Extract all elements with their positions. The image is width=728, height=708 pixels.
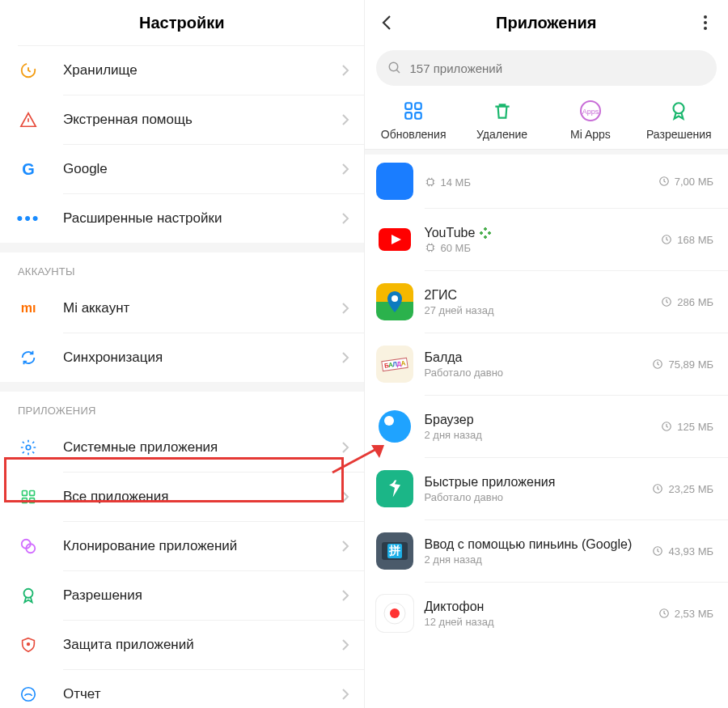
- settings-item-label: Защита приложений: [63, 637, 341, 653]
- svg-rect-16: [415, 103, 421, 109]
- app-row[interactable]: Браузер 2 дня назад 125 МБ: [365, 396, 729, 457]
- app-size: 125 МБ: [677, 421, 713, 433]
- search-input[interactable]: [376, 50, 717, 86]
- settings-list: Хранилище Экстренная помощь G Google •••…: [0, 46, 364, 708]
- storage-icon: [18, 60, 39, 81]
- app-row[interactable]: Быстрые приложения Работало давно 23,25 …: [365, 458, 729, 519]
- settings-item-permissions[interactable]: Разрешения: [0, 571, 364, 620]
- svg-text:Apps: Apps: [582, 108, 599, 116]
- app-name: YouTube: [425, 226, 476, 240]
- app-icon-browser: [376, 408, 413, 445]
- settings-item-all-apps[interactable]: Все приложения: [0, 473, 364, 521]
- svg-rect-4: [23, 498, 28, 503]
- search-field[interactable]: [410, 61, 706, 75]
- chevron-right-icon: [341, 589, 349, 602]
- settings-item-storage[interactable]: Хранилище: [0, 46, 364, 95]
- apps-list[interactable]: 14 МБ 7,00 МБ YouTube 60 МБ: [365, 155, 729, 708]
- app-row[interactable]: БАЛДА Балда Работало давно 75,89 МБ: [365, 333, 729, 395]
- app-size: 23,25 МБ: [668, 483, 713, 495]
- clock-icon: [658, 608, 670, 619]
- apps-header: Приложения: [365, 0, 729, 45]
- page-title: Настройки: [139, 14, 225, 32]
- settings-item-mi-account[interactable]: mı Mi аккаунт: [0, 284, 364, 333]
- settings-item-sos[interactable]: Экстренная помощь: [0, 95, 364, 144]
- app-row[interactable]: 拼 Ввод с помощью пиньинь (Google) 2 дня …: [365, 520, 729, 582]
- tab-mi-apps[interactable]: Apps Mi Apps: [546, 99, 634, 141]
- svg-point-1: [26, 445, 31, 450]
- svg-point-11: [704, 15, 707, 19]
- chevron-right-icon: [341, 163, 349, 176]
- svg-rect-18: [415, 112, 421, 119]
- tab-label: Mi Apps: [570, 128, 611, 141]
- loading-icon: [480, 227, 491, 239]
- settings-item-label: Mi аккаунт: [63, 300, 341, 316]
- app-row[interactable]: 2ГИС 27 дней назад 286 МБ: [365, 271, 729, 333]
- medal-icon: [667, 99, 691, 123]
- svg-rect-17: [405, 112, 412, 119]
- chip-icon: [425, 176, 436, 188]
- svg-point-36: [390, 608, 400, 618]
- chip-icon: [425, 242, 436, 253]
- app-icon-pinyin: 拼: [376, 532, 413, 570]
- tab-label: Удаление: [476, 128, 527, 141]
- apps-tabs: Обновления Удаление Apps Mi Apps Разреше…: [365, 94, 729, 150]
- gear-icon: [18, 437, 39, 458]
- settings-item-google[interactable]: G Google: [0, 145, 364, 193]
- report-icon: [18, 684, 39, 705]
- svg-point-9: [28, 643, 30, 646]
- chevron-right-icon: [341, 638, 349, 651]
- chevron-right-icon: [341, 64, 349, 77]
- settings-item-report[interactable]: Отчет: [0, 670, 364, 708]
- app-size: 75,89 МБ: [668, 358, 713, 371]
- back-button[interactable]: [378, 13, 397, 32]
- svg-rect-2: [23, 491, 28, 496]
- tab-uninstall[interactable]: Удаление: [458, 99, 546, 141]
- settings-item-label: Google: [63, 161, 341, 177]
- svg-point-21: [674, 103, 684, 113]
- more-button[interactable]: [696, 13, 715, 32]
- tab-updates[interactable]: Обновления: [370, 99, 458, 141]
- svg-point-13: [704, 27, 707, 30]
- app-row[interactable]: 14 МБ 7,00 МБ: [365, 155, 729, 208]
- app-sub: 12 дней назад: [425, 616, 494, 628]
- app-name: Браузер: [425, 413, 474, 427]
- clock-icon: [658, 176, 670, 187]
- svg-point-27: [392, 295, 398, 302]
- app-row[interactable]: Диктофон 12 дней назад 2,53 МБ: [365, 583, 729, 644]
- app-size: 2,53 МБ: [675, 608, 713, 620]
- clock-icon: [652, 358, 663, 370]
- svg-point-14: [389, 62, 398, 71]
- settings-item-sync[interactable]: Синхронизация: [0, 333, 364, 382]
- app-row[interactable]: YouTube 60 МБ 168 МБ: [365, 209, 729, 270]
- svg-rect-15: [405, 103, 412, 109]
- settings-item-label: Экстренная помощь: [63, 112, 341, 128]
- app-icon-youtube: [376, 221, 413, 258]
- settings-header: Настройки: [0, 0, 364, 45]
- app-icon-recorder: [376, 595, 413, 632]
- chevron-right-icon: [341, 302, 349, 315]
- grid-icon: [18, 486, 39, 507]
- apps-panel: Приложения Обновления Удаление Apps: [365, 0, 729, 708]
- app-name: Диктофон: [425, 600, 485, 614]
- settings-item-clone-apps[interactable]: Клонирование приложений: [0, 522, 364, 570]
- settings-item-system-apps[interactable]: Системные приложения: [0, 423, 364, 472]
- svg-rect-22: [427, 180, 433, 185]
- tab-permissions[interactable]: Разрешения: [635, 99, 723, 141]
- settings-item-advanced[interactable]: ••• Расширенные настройки: [0, 194, 364, 243]
- app-sub: Работало давно: [425, 491, 504, 503]
- settings-item-app-lock[interactable]: Защита приложений: [0, 621, 364, 669]
- settings-item-label: Расширенные настройки: [63, 210, 341, 227]
- app-name: Ввод с помощью пиньинь (Google): [425, 537, 633, 552]
- svg-rect-3: [30, 491, 35, 496]
- clone-icon: [18, 536, 39, 557]
- section-divider: [0, 243, 364, 252]
- shield-icon: [18, 634, 39, 655]
- svg-point-31: [384, 416, 394, 426]
- app-name: 2ГИС: [425, 288, 458, 303]
- settings-item-label: Все приложения: [63, 489, 341, 505]
- app-size: 286 МБ: [677, 296, 713, 308]
- grid-icon: [401, 99, 425, 123]
- svg-point-12: [704, 21, 707, 24]
- app-icon: [376, 163, 413, 200]
- tab-label: Обновления: [381, 128, 447, 141]
